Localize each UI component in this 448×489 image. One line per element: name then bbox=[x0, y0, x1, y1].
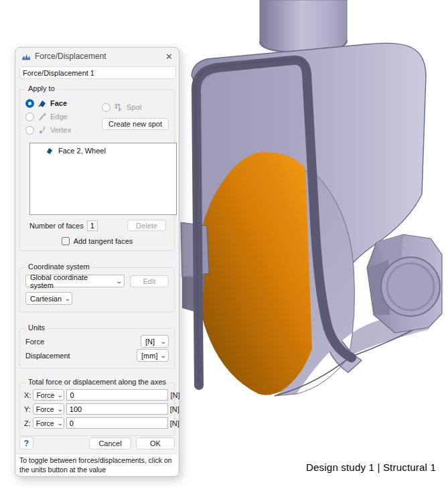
axis-row-x: X: Force ⌄ [N] bbox=[24, 389, 170, 401]
chevron-down-icon: ⌄ bbox=[53, 392, 64, 399]
delete-button[interactable]: Delete bbox=[127, 220, 166, 231]
add-tangent-faces-row[interactable]: Add tangent faces bbox=[20, 237, 174, 245]
list-item[interactable]: Face 2, Wheel bbox=[30, 143, 176, 155]
face-icon bbox=[45, 146, 54, 155]
force-unit-value: [N] bbox=[145, 338, 155, 346]
vertex-icon bbox=[38, 125, 47, 135]
z-mode-select[interactable]: Force ⌄ bbox=[33, 417, 64, 429]
y-unit-button[interactable]: [N] bbox=[170, 405, 179, 413]
edit-button[interactable]: Edit bbox=[130, 275, 169, 287]
create-new-spot-button[interactable]: Create new spot bbox=[102, 118, 169, 130]
face-radio-label: Face bbox=[50, 99, 67, 107]
y-axis-label: Y: bbox=[24, 405, 31, 413]
add-tangent-checkbox[interactable] bbox=[62, 237, 70, 245]
coordinate-system-select[interactable]: Global coordinate system ⌄ bbox=[25, 275, 125, 287]
vertex-radio[interactable] bbox=[25, 126, 34, 135]
displacement-unit-value: [mm] bbox=[141, 352, 157, 360]
edge-radio-label: Edge bbox=[50, 113, 68, 121]
z-unit-button[interactable]: [N] bbox=[170, 419, 179, 427]
app-window: Design study 1 | Structural 1 Force/Disp… bbox=[0, 0, 448, 489]
x-unit-button[interactable]: [N] bbox=[170, 391, 179, 399]
chevron-down-icon: ⌄ bbox=[53, 420, 64, 427]
units-label: Units bbox=[25, 324, 48, 332]
spot-radio[interactable] bbox=[102, 103, 110, 112]
y-mode-select[interactable]: Force ⌄ bbox=[33, 403, 64, 415]
radio-row-spot[interactable]: Spot bbox=[102, 100, 169, 114]
apply-to-label: Apply to bbox=[25, 84, 58, 92]
force-unit-label: Force bbox=[25, 338, 44, 346]
axes-group: Total force or displacement along the ax… bbox=[19, 382, 175, 436]
list-item-label: Face 2, Wheel bbox=[58, 147, 106, 155]
z-value-input[interactable] bbox=[66, 417, 168, 429]
x-value-input[interactable] bbox=[66, 389, 168, 401]
axes-group-label: Total force or displacement along the ax… bbox=[25, 378, 169, 386]
face-icon bbox=[38, 98, 47, 108]
radio-row-vertex[interactable]: Vertex bbox=[25, 123, 102, 137]
add-tangent-label: Add tangent faces bbox=[74, 237, 133, 245]
coordinate-system-group: Coordinate system Global coordinate syst… bbox=[19, 267, 175, 312]
radio-row-edge[interactable]: Edge bbox=[25, 110, 102, 123]
number-of-faces-value bbox=[87, 220, 98, 231]
axis-row-y: Y: Force ⌄ [N] bbox=[24, 403, 170, 415]
help-button[interactable]: ? bbox=[19, 437, 33, 449]
z-mode-value: Force bbox=[36, 419, 54, 427]
number-of-faces-label: Number of faces bbox=[29, 222, 84, 230]
radio-row-face[interactable]: Face bbox=[25, 96, 102, 110]
ok-button[interactable]: OK bbox=[136, 437, 175, 449]
chevron-down-icon: ⌄ bbox=[112, 278, 123, 285]
y-mode-value: Force bbox=[36, 405, 54, 413]
spot-icon bbox=[114, 102, 123, 112]
vertex-radio-label: Vertex bbox=[50, 126, 71, 134]
status-study-label: Design study 1 | Structural 1 bbox=[306, 462, 436, 473]
force-unit-select[interactable]: [N] ⌄ bbox=[141, 335, 169, 348]
coordinate-type-value: Cartesian bbox=[30, 295, 62, 303]
dialog-titlebar[interactable]: Force/Displacement ✕ bbox=[15, 48, 179, 65]
x-mode-value: Force bbox=[36, 391, 54, 399]
face-radio[interactable] bbox=[25, 99, 34, 108]
units-group: Units Force [N] ⌄ Displacement [mm] ⌄ bbox=[19, 328, 175, 368]
dialog-title: Force/Displacement bbox=[35, 52, 106, 61]
coordinate-system-label: Coordinate system bbox=[25, 263, 92, 271]
dialog-prompt-text: To toggle between forces/displacements, … bbox=[16, 453, 178, 476]
selected-faces-list[interactable]: Face 2, Wheel bbox=[29, 143, 177, 215]
edge-radio[interactable] bbox=[25, 113, 34, 121]
coordinate-type-select[interactable]: Cartesian ⌄ bbox=[25, 292, 72, 305]
x-axis-label: X: bbox=[24, 391, 31, 399]
axis-row-z: Z: Force ⌄ [N] bbox=[24, 417, 170, 429]
y-value-input[interactable] bbox=[66, 403, 168, 415]
x-mode-select[interactable]: Force ⌄ bbox=[33, 389, 64, 401]
apply-to-group: Apply to Face Edge bbox=[19, 89, 175, 251]
z-axis-label: Z: bbox=[24, 419, 31, 427]
chevron-down-icon: ⌄ bbox=[60, 295, 71, 302]
force-displacement-dialog: Force/Displacement ✕ Apply to Face bbox=[15, 47, 179, 477]
load-name-input[interactable] bbox=[19, 66, 176, 79]
displacement-unit-select[interactable]: [mm] ⌄ bbox=[137, 349, 169, 362]
cancel-button[interactable]: Cancel bbox=[89, 437, 131, 449]
close-icon[interactable]: ✕ bbox=[165, 52, 173, 61]
displacement-unit-label: Displacement bbox=[25, 352, 70, 360]
chevron-down-icon: ⌄ bbox=[53, 406, 64, 413]
force-displacement-icon bbox=[21, 52, 31, 61]
coordinate-system-value: Global coordinate system bbox=[30, 273, 113, 289]
chevron-down-icon: ⌄ bbox=[157, 352, 167, 359]
spot-radio-label: Spot bbox=[127, 103, 142, 111]
chevron-down-icon: ⌄ bbox=[156, 338, 167, 345]
edge-icon bbox=[38, 112, 47, 121]
